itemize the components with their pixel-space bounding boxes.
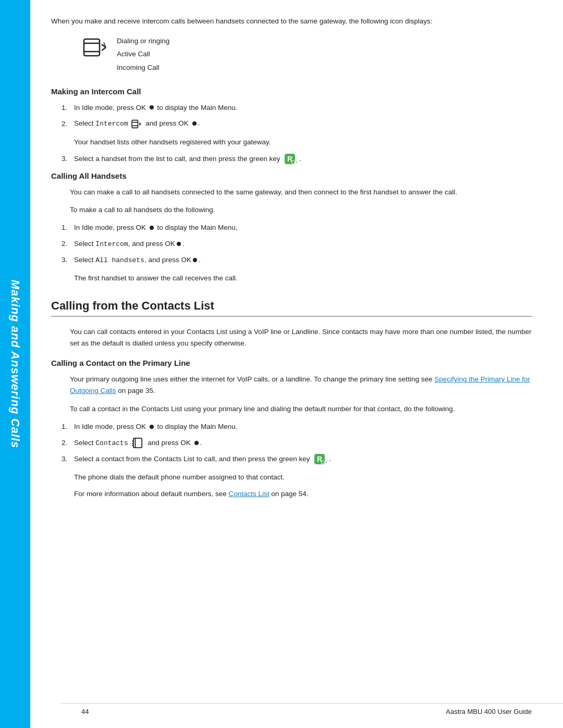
primary-line-para1: Your primary outgoing line uses either t… <box>70 374 532 397</box>
contacts-section: Calling from the Contacts List You can c… <box>51 299 532 500</box>
contacts-intro: You can call contacts entered in your Co… <box>70 326 532 350</box>
footer: 44 Aastra MBU 400 User Guide <box>60 703 563 715</box>
svg-line-10 <box>139 124 141 125</box>
primary-line-list: 1. In Idle mode, press OK to display the… <box>62 421 532 465</box>
list-item: 2. Select Contacts and press <box>62 437 532 449</box>
page-wrapper: Making and Answering Calls When you make… <box>0 0 563 728</box>
primary-line-note2: For more information about default numbe… <box>74 488 532 500</box>
main-content: When you make and receive intercom calls… <box>30 0 563 728</box>
bullet-dot <box>150 105 154 109</box>
list-item: 3. Select a handset from the list to cal… <box>62 153 532 165</box>
green-key-icon: R <box>284 153 296 165</box>
svg-line-4 <box>102 47 106 51</box>
calling-all-intro2: To make a call to all handsets do the fo… <box>70 204 532 216</box>
primary-line-section: Calling a Contact on the Primary Line Yo… <box>51 359 532 500</box>
calling-all-intro1: You can make a call to all handsets conn… <box>70 187 532 198</box>
calling-all-section: Calling All Handsets You can make a call… <box>51 171 532 285</box>
primary-line-note1: The phone dials the default phone number… <box>74 472 532 483</box>
calling-all-heading: Calling All Handsets <box>51 171 532 180</box>
icon-labels-block: Dialing or ringing Active Call Incoming … <box>117 34 169 75</box>
bullet-dot <box>192 121 197 126</box>
sidebar-label: Making and Answering Calls <box>0 0 30 728</box>
contacts-book-icon <box>132 438 143 448</box>
bullet-dot <box>150 425 154 429</box>
making-intercom-list-2: 3. Select a handset from the list to cal… <box>62 153 532 165</box>
svg-point-21 <box>321 461 324 464</box>
making-intercom-heading: Making an Intercom Call <box>51 87 532 96</box>
contacts-major-heading: Calling from the Contacts List <box>51 299 532 317</box>
primary-line-para2: To call a contact in the Contacts List u… <box>70 403 532 415</box>
making-intercom-list: 1. In Idle mode, press OK to display the… <box>62 102 532 130</box>
intro-paragraph: When you make and receive intercom calls… <box>51 16 532 27</box>
svg-rect-14 <box>133 438 142 448</box>
list-item: 3. Select a contact from the Contacts Li… <box>62 453 532 465</box>
bullet-dot <box>193 258 197 262</box>
intercom-small-icon <box>131 119 142 129</box>
footer-title: Aastra MBU 400 User Guide <box>446 708 532 715</box>
sidebar: Making and Answering Calls <box>0 0 30 728</box>
list-item: 1. In Idle mode, press OK to display the… <box>62 102 532 114</box>
footer-page-number: 44 <box>81 708 89 715</box>
icon-block: Dialing or ringing Active Call Incoming … <box>82 34 532 75</box>
intercom-mono: Intercom <box>95 120 128 128</box>
contacts-list-link[interactable]: Contacts List <box>228 490 269 498</box>
intercom-note-para: Your handset lists other handsets regist… <box>74 137 532 148</box>
list-item: 2. Select Intercom and press OK . <box>62 118 532 130</box>
bullet-dot <box>194 441 199 445</box>
svg-rect-6 <box>132 120 138 128</box>
icon-label-1: Dialing or ringing <box>117 34 169 48</box>
intercom-icon <box>82 34 108 60</box>
icon-label-3: Incoming Call <box>117 61 169 75</box>
calling-all-list: 1. In Idle mode, press OK to display the… <box>62 222 532 266</box>
bullet-dot <box>177 242 181 246</box>
calling-all-note: The first handset to answer the call rec… <box>74 273 532 284</box>
icon-label-2: Active Call <box>117 47 169 61</box>
list-item: 2. Select Intercom, and press OK. <box>62 238 532 250</box>
svg-rect-0 <box>84 39 100 56</box>
green-key-icon-2: R <box>314 453 325 465</box>
list-item: 1. In Idle mode, press OK to display the… <box>62 222 532 234</box>
list-item: 1. In Idle mode, press OK to display the… <box>62 421 532 433</box>
svg-point-13 <box>291 161 295 164</box>
making-intercom-section: Making an Intercom Call 1. In Idle mode,… <box>51 87 532 165</box>
bullet-dot <box>150 226 154 230</box>
list-item: 3. Select All handsets, and press OK. <box>62 254 532 266</box>
primary-line-heading: Calling a Contact on the Primary Line <box>51 359 532 367</box>
